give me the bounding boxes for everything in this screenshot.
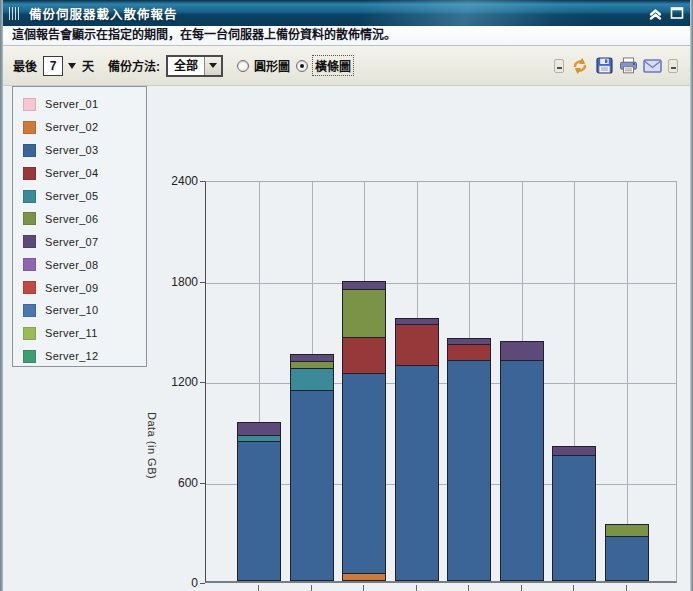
legend-item: Server_12 [13, 345, 146, 367]
days-unit-label: 天 [82, 57, 94, 74]
radio-pie-label[interactable]: 圓形圖 [254, 57, 290, 74]
collapse-icon[interactable] [648, 6, 663, 20]
refresh-button[interactable] [570, 56, 590, 76]
legend-label: Server_12 [45, 350, 98, 362]
y-axis-tick-label: 0 [154, 576, 198, 590]
stacked-bar [395, 318, 439, 581]
legend-item: Server_02 [13, 116, 146, 139]
legend-swatch-icon [23, 327, 36, 340]
legend-label: Server_04 [45, 167, 98, 179]
days-value[interactable]: 7 [43, 56, 63, 76]
email-button[interactable] [642, 56, 662, 76]
radio-bar-chart[interactable]: 橫條圖 [296, 56, 353, 75]
legend-item: Server_08 [13, 253, 146, 276]
radio-pie-chart[interactable]: 圓形圖 [237, 57, 290, 74]
legend-item: Server_06 [13, 207, 146, 230]
toolbar: 最後 7 天 備份方法: 全部 圓形圖 橫條圖 [3, 46, 690, 86]
bar-segment-server_04 [342, 337, 386, 374]
chevron-down-icon [209, 63, 217, 68]
last-label: 最後 [13, 57, 37, 74]
grip-icon[interactable] [9, 7, 21, 20]
legend-item: Server_03 [13, 139, 146, 162]
method-dropdown-button[interactable] [204, 57, 221, 75]
x-axis-tick [521, 585, 522, 591]
bar-segment-server_03 [447, 360, 491, 581]
x-axis-tick [258, 585, 259, 591]
maximize-icon[interactable] [670, 6, 685, 20]
titlebar: 備份伺服器載入散佈報告 [0, 0, 693, 26]
radio-unselected-icon[interactable] [237, 60, 249, 72]
save-button[interactable] [594, 56, 614, 76]
bar-segment-server_03 [395, 365, 439, 581]
report-description: 這個報告會顯示在指定的期間，在每一台伺服器上備份資料的散佈情況。 [3, 26, 690, 46]
toolbar-overflow-handle[interactable] [668, 59, 678, 73]
gridline [206, 383, 676, 384]
bar-segment-server_03 [342, 373, 386, 575]
x-axis-tick [363, 585, 364, 591]
bar-segment-server_04 [447, 344, 491, 361]
stacked-bar [237, 422, 281, 581]
legend-label: Server_03 [45, 144, 98, 156]
legend-label: Server_05 [45, 190, 98, 202]
legend-item: Server_05 [13, 185, 146, 208]
report-window: 備份伺服器載入散佈報告 這個報告會顯示在指定的期間，在每一台伺服器上備份資料的散… [0, 0, 693, 591]
days-select[interactable]: 7 [43, 56, 76, 76]
radio-selected-icon[interactable] [296, 60, 308, 72]
stacked-bar [290, 354, 334, 581]
legend-label: Server_07 [45, 236, 98, 248]
legend-item: Server_10 [13, 299, 146, 322]
bar-segment-server_03 [605, 536, 649, 581]
stacked-bar [605, 524, 649, 581]
y-axis-tick [200, 282, 205, 283]
toolbar-overflow-handle[interactable] [554, 59, 564, 73]
legend-swatch-icon [23, 258, 36, 271]
bar-segment-server_02 [342, 573, 386, 581]
email-icon [643, 59, 662, 73]
legend-swatch-icon [23, 304, 36, 317]
bar-segment-server_05 [290, 368, 334, 391]
legend: Server_01Server_02Server_03Server_04Serv… [12, 86, 147, 367]
x-axis-tick [468, 585, 469, 591]
print-icon [619, 57, 638, 74]
legend-swatch-icon [23, 190, 36, 203]
chevron-down-icon[interactable] [68, 63, 76, 69]
y-axis-title: Data (in GB) [146, 412, 158, 479]
window-title: 備份伺服器載入散佈報告 [29, 4, 178, 23]
legend-label: Server_08 [45, 259, 98, 271]
refresh-icon [571, 57, 589, 75]
radio-bar-label[interactable]: 橫條圖 [313, 56, 353, 75]
bar-segment-server_07 [237, 422, 281, 436]
print-button[interactable] [618, 56, 638, 76]
legend-swatch-icon [23, 98, 36, 111]
legend-label: Server_02 [45, 121, 98, 133]
x-axis-tick [416, 585, 417, 591]
legend-label: Server_10 [45, 304, 98, 316]
y-axis-tick-label: 1800 [154, 275, 198, 289]
legend-item: Server_09 [13, 276, 146, 299]
bar-segment-server_04 [395, 324, 439, 366]
x-axis-tick [311, 585, 312, 591]
legend-label: Server_01 [45, 98, 98, 110]
legend-swatch-icon [23, 281, 36, 294]
legend-item: Server_01 [13, 93, 146, 116]
legend-label: Server_11 [45, 327, 98, 339]
bar-segment-server_03 [290, 390, 334, 581]
report-body: Server_01Server_02Server_03Server_04Serv… [0, 86, 693, 591]
window-left-border [0, 0, 3, 591]
legend-item: Server_11 [13, 322, 146, 345]
method-select[interactable]: 全部 [166, 55, 223, 77]
stacked-bar [552, 446, 596, 581]
legend-label: Server_09 [45, 282, 98, 294]
legend-swatch-icon [23, 212, 36, 225]
method-label: 備份方法: [108, 57, 160, 74]
method-value[interactable]: 全部 [168, 57, 204, 75]
bar-segment-server_03 [500, 360, 544, 581]
legend-swatch-icon [23, 144, 36, 157]
stacked-bar [342, 281, 386, 581]
legend-item: Server_04 [13, 162, 146, 185]
legend-item: Server_07 [13, 230, 146, 253]
y-axis-tick [200, 483, 205, 484]
y-axis-tick-label: 2400 [154, 174, 198, 188]
bar-segment-server_07 [500, 341, 544, 361]
gridline [206, 283, 676, 284]
